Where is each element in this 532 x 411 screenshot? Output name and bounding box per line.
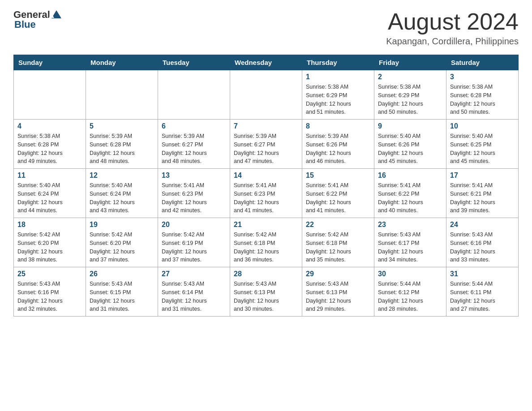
calendar-cell: 4Sunrise: 5:38 AMSunset: 6:28 PMDaylight…: [14, 120, 86, 169]
day-number: 14: [234, 171, 298, 180]
day-number: 27: [162, 270, 226, 278]
calendar-header-row: SundayMondayTuesdayWednesdayThursdayFrid…: [14, 55, 519, 70]
day-info: Sunrise: 5:42 AMSunset: 6:18 PMDaylight:…: [234, 231, 279, 263]
location-subtitle: Kapangan, Cordillera, Philippines: [386, 36, 519, 47]
day-info: Sunrise: 5:44 AMSunset: 6:11 PMDaylight:…: [450, 281, 495, 312]
calendar-cell: 1Sunrise: 5:38 AMSunset: 6:29 PMDaylight…: [302, 70, 374, 120]
calendar-cell: 21Sunrise: 5:42 AMSunset: 6:18 PMDayligh…: [230, 218, 302, 267]
day-number: 15: [306, 171, 370, 180]
day-number: 19: [90, 221, 154, 229]
day-number: 17: [450, 171, 515, 180]
day-number: 5: [90, 122, 154, 130]
calendar-cell: [14, 70, 86, 120]
calendar-cell: 30Sunrise: 5:44 AMSunset: 6:12 PMDayligh…: [374, 267, 446, 317]
day-number: 24: [450, 221, 515, 229]
day-info: Sunrise: 5:42 AMSunset: 6:18 PMDaylight:…: [306, 231, 351, 263]
calendar-cell: 5Sunrise: 5:39 AMSunset: 6:28 PMDaylight…: [86, 120, 158, 169]
day-number: 3: [450, 73, 515, 81]
calendar-cell: 6Sunrise: 5:39 AMSunset: 6:27 PMDaylight…: [158, 120, 230, 169]
day-number: 10: [450, 122, 515, 130]
day-info: Sunrise: 5:42 AMSunset: 6:20 PMDaylight:…: [17, 231, 63, 263]
column-header-tuesday: Tuesday: [158, 55, 230, 70]
calendar-cell: 27Sunrise: 5:43 AMSunset: 6:14 PMDayligh…: [158, 267, 230, 317]
calendar-week-row: 1Sunrise: 5:38 AMSunset: 6:29 PMDaylight…: [14, 70, 519, 120]
day-info: Sunrise: 5:40 AMSunset: 6:24 PMDaylight:…: [90, 182, 135, 214]
day-info: Sunrise: 5:39 AMSunset: 6:27 PMDaylight:…: [234, 133, 279, 164]
column-header-monday: Monday: [86, 55, 158, 70]
day-info: Sunrise: 5:38 AMSunset: 6:29 PMDaylight:…: [306, 84, 351, 115]
calendar-cell: 15Sunrise: 5:41 AMSunset: 6:22 PMDayligh…: [302, 169, 374, 218]
calendar-cell: 29Sunrise: 5:43 AMSunset: 6:13 PMDayligh…: [302, 267, 374, 317]
day-info: Sunrise: 5:43 AMSunset: 6:16 PMDaylight:…: [17, 281, 63, 312]
day-number: 20: [162, 221, 226, 229]
calendar-cell: 13Sunrise: 5:41 AMSunset: 6:23 PMDayligh…: [158, 169, 230, 218]
day-info: Sunrise: 5:43 AMSunset: 6:14 PMDaylight:…: [162, 281, 207, 312]
day-info: Sunrise: 5:41 AMSunset: 6:21 PMDaylight:…: [450, 182, 495, 214]
calendar-week-row: 18Sunrise: 5:42 AMSunset: 6:20 PMDayligh…: [14, 218, 519, 267]
day-number: 4: [17, 122, 82, 130]
day-info: Sunrise: 5:39 AMSunset: 6:28 PMDaylight:…: [90, 133, 135, 164]
day-number: 28: [234, 270, 298, 278]
calendar-cell: [158, 70, 230, 120]
calendar-cell: 28Sunrise: 5:43 AMSunset: 6:13 PMDayligh…: [230, 267, 302, 317]
day-number: 25: [17, 270, 82, 278]
calendar-cell: 2Sunrise: 5:38 AMSunset: 6:29 PMDaylight…: [374, 70, 446, 120]
column-header-wednesday: Wednesday: [230, 55, 302, 70]
day-info: Sunrise: 5:43 AMSunset: 6:16 PMDaylight:…: [450, 231, 495, 263]
column-header-sunday: Sunday: [14, 55, 86, 70]
day-number: 18: [17, 221, 82, 229]
calendar-cell: 25Sunrise: 5:43 AMSunset: 6:16 PMDayligh…: [14, 267, 86, 317]
calendar-cell: 17Sunrise: 5:41 AMSunset: 6:21 PMDayligh…: [446, 169, 519, 218]
column-header-thursday: Thursday: [302, 55, 374, 70]
day-number: 29: [306, 270, 370, 278]
day-info: Sunrise: 5:40 AMSunset: 6:25 PMDaylight:…: [450, 133, 495, 164]
day-number: 12: [90, 171, 154, 180]
calendar-cell: 8Sunrise: 5:39 AMSunset: 6:26 PMDaylight…: [302, 120, 374, 169]
day-number: 26: [90, 270, 154, 278]
calendar-table: SundayMondayTuesdayWednesdayThursdayFrid…: [13, 55, 519, 317]
day-number: 21: [234, 221, 298, 229]
day-number: 9: [378, 122, 442, 130]
calendar-cell: 12Sunrise: 5:40 AMSunset: 6:24 PMDayligh…: [86, 169, 158, 218]
day-number: 13: [162, 171, 226, 180]
day-info: Sunrise: 5:40 AMSunset: 6:26 PMDaylight:…: [378, 133, 423, 164]
day-info: Sunrise: 5:43 AMSunset: 6:13 PMDaylight:…: [306, 281, 351, 312]
calendar-cell: [230, 70, 302, 120]
calendar-cell: 20Sunrise: 5:42 AMSunset: 6:19 PMDayligh…: [158, 218, 230, 267]
title-block: August 2024 Kapangan, Cordillera, Philip…: [386, 9, 519, 47]
calendar-cell: 16Sunrise: 5:41 AMSunset: 6:22 PMDayligh…: [374, 169, 446, 218]
day-number: 2: [378, 73, 442, 81]
calendar-week-row: 25Sunrise: 5:43 AMSunset: 6:16 PMDayligh…: [14, 267, 519, 317]
month-title: August 2024: [386, 9, 519, 34]
day-info: Sunrise: 5:39 AMSunset: 6:26 PMDaylight:…: [306, 133, 351, 164]
logo-blue-text: Blue: [14, 19, 36, 30]
column-header-friday: Friday: [374, 55, 446, 70]
day-info: Sunrise: 5:42 AMSunset: 6:19 PMDaylight:…: [162, 231, 207, 263]
page-header: General Blue August 2024 Kapangan, Cordi…: [13, 9, 519, 47]
calendar-cell: 26Sunrise: 5:43 AMSunset: 6:15 PMDayligh…: [86, 267, 158, 317]
day-info: Sunrise: 5:38 AMSunset: 6:28 PMDaylight:…: [17, 133, 63, 164]
logo: General Blue: [13, 9, 61, 30]
day-number: 31: [450, 270, 515, 278]
calendar-cell: 7Sunrise: 5:39 AMSunset: 6:27 PMDaylight…: [230, 120, 302, 169]
day-info: Sunrise: 5:38 AMSunset: 6:28 PMDaylight:…: [450, 84, 495, 115]
day-number: 7: [234, 122, 298, 130]
day-info: Sunrise: 5:41 AMSunset: 6:22 PMDaylight:…: [378, 182, 423, 214]
day-number: 11: [17, 171, 82, 180]
calendar-cell: 3Sunrise: 5:38 AMSunset: 6:28 PMDaylight…: [446, 70, 519, 120]
day-number: 30: [378, 270, 442, 278]
day-number: 8: [306, 122, 370, 130]
calendar-cell: 19Sunrise: 5:42 AMSunset: 6:20 PMDayligh…: [86, 218, 158, 267]
calendar-cell: 23Sunrise: 5:43 AMSunset: 6:17 PMDayligh…: [374, 218, 446, 267]
day-number: 16: [378, 171, 442, 180]
calendar-cell: 24Sunrise: 5:43 AMSunset: 6:16 PMDayligh…: [446, 218, 519, 267]
day-info: Sunrise: 5:38 AMSunset: 6:29 PMDaylight:…: [378, 84, 423, 115]
day-info: Sunrise: 5:43 AMSunset: 6:15 PMDaylight:…: [90, 281, 135, 312]
calendar-cell: 9Sunrise: 5:40 AMSunset: 6:26 PMDaylight…: [374, 120, 446, 169]
calendar-cell: 10Sunrise: 5:40 AMSunset: 6:25 PMDayligh…: [446, 120, 519, 169]
calendar-cell: 18Sunrise: 5:42 AMSunset: 6:20 PMDayligh…: [14, 218, 86, 267]
day-number: 23: [378, 221, 442, 229]
day-info: Sunrise: 5:43 AMSunset: 6:17 PMDaylight:…: [378, 231, 423, 263]
day-info: Sunrise: 5:39 AMSunset: 6:27 PMDaylight:…: [162, 133, 207, 164]
day-info: Sunrise: 5:41 AMSunset: 6:23 PMDaylight:…: [162, 182, 207, 214]
